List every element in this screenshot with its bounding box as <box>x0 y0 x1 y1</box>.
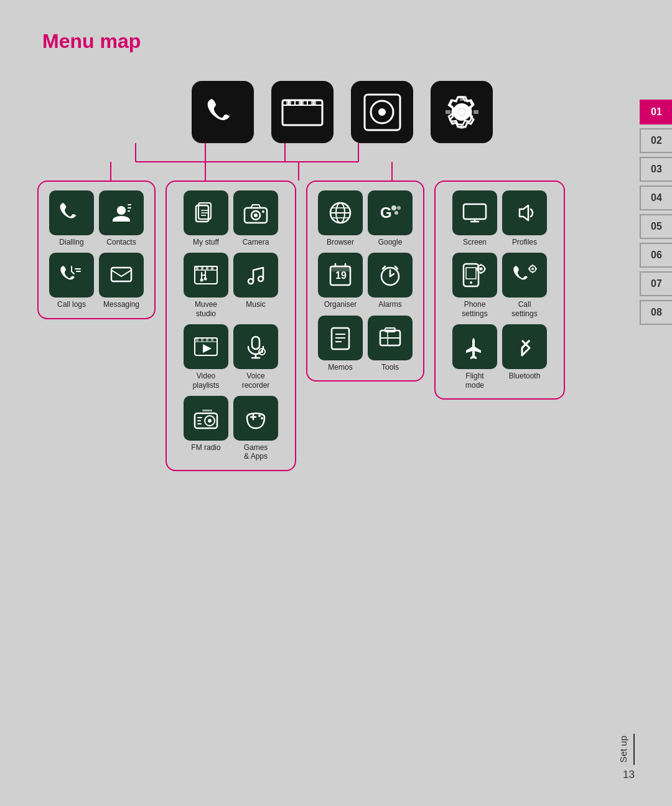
mystuff-item: My stuff <box>184 190 228 246</box>
svg-rect-55 <box>252 337 259 349</box>
svg-rect-9 <box>311 100 316 105</box>
settings-main-icon <box>431 81 493 143</box>
google-item: G Google <box>368 190 413 246</box>
phone-column: Dialling Contacts <box>37 180 156 319</box>
camera-label: Camera <box>243 238 269 246</box>
bluetooth-label: Bluetooth <box>509 372 541 380</box>
sidebar-num-01[interactable]: 01 <box>640 100 672 124</box>
music-item: Music <box>233 253 278 318</box>
fmradio-item: FM radio <box>184 396 228 461</box>
organiser-icon: 19 <box>318 253 363 298</box>
svg-point-59 <box>261 350 263 353</box>
svg-rect-98 <box>464 204 486 219</box>
svg-point-79 <box>394 211 398 215</box>
svg-text:G: G <box>380 204 392 221</box>
screen-icon <box>452 190 497 235</box>
voicerecorder-label: Voicerecorder <box>242 372 270 390</box>
sidebar-num-02[interactable]: 02 <box>640 128 672 153</box>
svg-point-62 <box>208 419 212 423</box>
browser-main-icon <box>351 81 413 143</box>
svg-rect-27 <box>128 210 130 212</box>
top-menu-icons <box>37 81 628 143</box>
svg-point-44 <box>200 279 203 282</box>
browser-column: Browser G Google <box>306 180 424 382</box>
sidebar-num-06[interactable]: 06 <box>640 243 672 268</box>
svg-point-37 <box>262 210 264 213</box>
dialling-label: Dialling <box>59 238 83 246</box>
svg-point-15 <box>459 110 464 115</box>
multimedia-row-3: Videoplaylists Voicerecorder <box>173 324 289 390</box>
screen-item: Screen <box>452 190 497 246</box>
browser-row-2: 19 Organiser <box>314 253 417 309</box>
svg-marker-54 <box>203 344 212 353</box>
svg-point-69 <box>258 415 261 417</box>
callsettings-icon <box>502 253 547 298</box>
voicerecorder-item: Voicerecorder <box>233 324 278 390</box>
organiser-label: Organiser <box>324 300 357 309</box>
sidebar-num-04[interactable]: 04 <box>640 185 672 210</box>
calllogs-item: Call logs <box>49 253 94 309</box>
organiser-item: 19 Organiser <box>318 253 363 309</box>
fmradio-icon <box>184 396 228 441</box>
sidebar-navigation: 01 02 03 04 05 06 07 08 <box>640 100 672 325</box>
svg-line-89 <box>395 266 398 269</box>
svg-point-112 <box>531 268 534 270</box>
screen-label: Screen <box>463 238 487 246</box>
voicerecorder-icon <box>233 324 278 369</box>
sidebar-num-03[interactable]: 03 <box>640 157 672 182</box>
svg-rect-64 <box>197 420 201 421</box>
gamesapps-label: Games& Apps <box>244 443 268 461</box>
svg-marker-101 <box>520 205 528 220</box>
svg-rect-28 <box>111 268 131 281</box>
muveestudio-label: Muveestudio <box>195 300 217 318</box>
browser-row-1: Browser G Google <box>314 190 417 246</box>
muveestudio-icon <box>184 253 228 298</box>
phone-main-icon <box>192 81 254 143</box>
profiles-icon <box>502 190 547 235</box>
fmradio-label: FM radio <box>191 443 220 452</box>
flightmode-label: Flightmode <box>465 372 484 390</box>
svg-line-88 <box>383 266 385 269</box>
mystuff-label: My stuff <box>193 238 219 246</box>
menu-map-layout: Dialling Contacts <box>37 81 628 471</box>
svg-point-78 <box>397 206 401 210</box>
svg-rect-25 <box>128 204 131 205</box>
messaging-item: Messaging <box>99 253 144 309</box>
svg-point-104 <box>470 281 472 284</box>
page-title: Menu map <box>42 30 141 53</box>
tools-icon <box>368 316 413 360</box>
gamesapps-icon <box>233 396 278 441</box>
alarms-icon <box>368 253 413 298</box>
settings-row-2: Phonesettings <box>442 253 558 318</box>
sidebar-num-07[interactable]: 07 <box>640 271 672 296</box>
svg-rect-43 <box>211 267 213 269</box>
multimedia-row-1: My stuff Camera <box>173 190 289 246</box>
calllogs-label: Call logs <box>57 300 86 309</box>
bluetooth-item: Bluetooth <box>502 324 547 390</box>
sidebar-num-05[interactable]: 05 <box>640 214 672 239</box>
svg-point-46 <box>248 279 253 284</box>
svg-point-36 <box>254 213 258 217</box>
settings-column: Screen Profiles <box>434 180 565 400</box>
phone-row-1: Dialling Contacts <box>45 190 148 246</box>
music-label: Music <box>246 300 265 309</box>
music-icon <box>233 253 278 298</box>
phonesettings-icon <box>452 253 497 298</box>
flightmode-icon <box>452 324 497 369</box>
svg-rect-50 <box>196 339 198 341</box>
contacts-label: Contacts <box>106 238 136 246</box>
svg-point-47 <box>258 276 263 281</box>
muveestudio-item: Muveestudio <box>184 253 228 318</box>
sidebar-num-08[interactable]: 08 <box>640 300 672 325</box>
camera-item: Camera <box>233 190 278 246</box>
phone-row-2: Call logs Messaging <box>45 253 148 309</box>
callsettings-label: Callsettings <box>511 300 537 318</box>
profiles-label: Profiles <box>512 238 537 246</box>
mystuff-icon <box>184 190 228 235</box>
settings-row-3: Flightmode Bluetooth <box>442 324 558 390</box>
messaging-icon <box>99 253 144 298</box>
svg-rect-51 <box>201 339 203 341</box>
alarms-label: Alarms <box>378 300 401 309</box>
svg-rect-53 <box>211 339 213 341</box>
svg-rect-63 <box>197 417 202 418</box>
